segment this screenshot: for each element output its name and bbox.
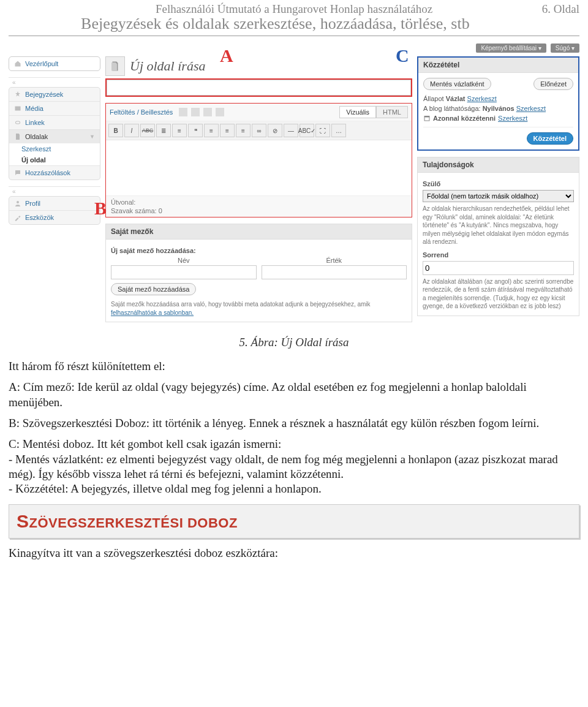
- page-icon: [14, 133, 21, 140]
- parent-select[interactable]: Főoldal (nem tartozik másik oldalhoz): [423, 190, 574, 202]
- order-input[interactable]: [423, 261, 574, 275]
- new-page-icon: [105, 56, 125, 76]
- save-draft-button[interactable]: Mentés vázlatként: [423, 78, 491, 90]
- user-icon: [14, 200, 21, 207]
- publish-button[interactable]: Közzététel: [527, 132, 573, 145]
- publish-visibility-row: A blog láthatósága: Nyilvános Szerkeszt: [423, 105, 573, 112]
- edit-status-link[interactable]: Szerkeszt: [467, 95, 497, 102]
- svg-point-1: [17, 201, 19, 203]
- sidebar-tools[interactable]: Eszközök: [9, 210, 100, 224]
- tab-visual[interactable]: Vizuális: [339, 106, 376, 118]
- sidebar-pages-new[interactable]: Új oldal: [9, 154, 100, 165]
- order-note: Az oldalakat általában (az angol) abc sz…: [423, 278, 574, 311]
- spellcheck-button[interactable]: ABC✓: [300, 124, 314, 137]
- italic-button[interactable]: I: [124, 124, 139, 137]
- title-field-highlight: [105, 78, 412, 97]
- sidebar-comments[interactable]: Hozzászólások: [9, 165, 100, 180]
- unlink-button[interactable]: ⊘: [268, 124, 282, 137]
- add-video-icon[interactable]: [191, 108, 200, 116]
- page-subtitle: Bejegyzések és oldalak szerkesztése, hoz…: [9, 15, 579, 33]
- add-image-icon[interactable]: [179, 108, 187, 116]
- home-icon: [14, 60, 21, 67]
- link-button[interactable]: ∞: [252, 124, 266, 137]
- preview-button[interactable]: Előnézet: [533, 78, 573, 90]
- tab-html[interactable]: HTML: [376, 106, 408, 118]
- link-icon: [14, 119, 21, 126]
- calendar-icon: [423, 115, 431, 122]
- editor-textarea[interactable]: [106, 140, 412, 195]
- strikethrough-button[interactable]: ABC: [140, 124, 155, 137]
- help-button[interactable]: Súgó ▾: [551, 43, 579, 53]
- edit-schedule-link[interactable]: Szerkeszt: [498, 115, 527, 122]
- editor-toolbar: B I ABC ≣ ≡ ❝ ≡ ≡ ≡ ∞ ⊘ — ABC✓: [106, 121, 412, 140]
- section-heading: SZÖVEGSZERKESZTÉSI DOBOZ: [9, 504, 579, 539]
- more-tag-button[interactable]: —: [284, 124, 298, 137]
- page-number: 6. Oldal: [542, 2, 579, 16]
- annotation-c: C: [396, 45, 409, 66]
- figure-caption: 5. Ábra: Új Oldal írása: [9, 336, 579, 349]
- sidebar-posts[interactable]: Bejegyzések: [9, 88, 100, 101]
- publish-box-highlight: Közzététel Mentés vázlatként Előnézet Ál…: [417, 56, 579, 151]
- parent-note: Az oldalak hierarchikusan rendezhetőek, …: [423, 205, 574, 246]
- sidebar-dashboard[interactable]: Vezérlőpult: [9, 56, 100, 71]
- post-title-input[interactable]: [107, 80, 411, 96]
- annotation-b: B: [94, 198, 107, 219]
- editor-heading: Új oldal írása: [130, 58, 205, 74]
- cf-name-input[interactable]: [111, 265, 257, 279]
- header-rule: [9, 36, 579, 36]
- editor-path: Útvonal:: [111, 198, 407, 206]
- body-text: Itt három fő részt különítettem el: A: C…: [9, 359, 579, 497]
- add-audio-icon[interactable]: [203, 108, 212, 116]
- blockquote-button[interactable]: ❝: [188, 124, 203, 137]
- guide-title: Felhasználói Útmutató a Hungarovet Honla…: [9, 2, 579, 16]
- align-right-button[interactable]: ≡: [236, 124, 251, 137]
- align-center-button[interactable]: ≡: [220, 124, 235, 137]
- custom-fields-add-label: Új saját mező hozzáadása:: [111, 247, 407, 254]
- cf-col-name: Név: [111, 257, 257, 264]
- editor-wordcount: Szavak száma: 0: [111, 207, 407, 214]
- wordpress-screenshot: Képernyő beállításai ▾ Súgó ▾ A B C Vezé…: [9, 43, 579, 328]
- upload-insert-label[interactable]: Feltöltés / Beillesztés: [110, 108, 173, 116]
- custom-fields-title: Saját mezők: [106, 224, 412, 240]
- fullscreen-button[interactable]: ⛶: [315, 124, 330, 137]
- parent-label: Szülő: [423, 180, 574, 187]
- closing-text: Kinagyítva itt van a szövegszerkesztési …: [9, 546, 579, 561]
- editor-highlight: Feltöltés / Beillesztés Vizuális HTML: [105, 103, 412, 217]
- add-media-icon[interactable]: [216, 108, 224, 116]
- comment-icon: [14, 169, 21, 176]
- bold-button[interactable]: B: [108, 124, 123, 137]
- sidebar-collapse-2[interactable]: «: [9, 186, 100, 196]
- cf-note-link[interactable]: felhasználhatóak a sablonban.: [111, 309, 194, 316]
- edit-visibility-link[interactable]: Szerkeszt: [516, 105, 546, 112]
- svg-rect-3: [425, 118, 429, 121]
- svg-rect-0: [15, 107, 21, 111]
- kitchensink-button[interactable]: …: [331, 124, 346, 137]
- sidebar-profile[interactable]: Profil: [9, 197, 100, 210]
- ul-button[interactable]: ≣: [156, 124, 171, 137]
- sidebar-links[interactable]: Linkek: [9, 115, 100, 129]
- attributes-title: Tulajdonságok: [418, 157, 579, 173]
- admin-sidebar: Vezérlőpult « Bejegyzések Média Linkek: [9, 56, 100, 231]
- tools-icon: [14, 214, 21, 221]
- pin-icon: [14, 91, 21, 98]
- cf-value-input[interactable]: [262, 265, 407, 279]
- publish-status-row: Állapot Vázlat Szerkeszt: [423, 95, 573, 102]
- sidebar-collapse[interactable]: «: [9, 77, 100, 87]
- publish-schedule-row: Azonnal közzétenni Szerkeszt: [423, 115, 573, 122]
- publish-title: Közzététel: [418, 58, 578, 73]
- screen-options-button[interactable]: Képernyő beállításai ▾: [476, 43, 546, 53]
- sidebar-pages[interactable]: Oldalak▼: [9, 129, 100, 143]
- align-left-button[interactable]: ≡: [204, 124, 219, 137]
- sidebar-pages-edit[interactable]: Szerkeszt: [9, 143, 100, 154]
- media-icon: [14, 105, 21, 112]
- order-label: Sorrend: [423, 251, 574, 259]
- sidebar-media[interactable]: Média: [9, 101, 100, 115]
- annotation-a: A: [220, 45, 233, 66]
- cf-note: Saját mezők hozzáadása arra való, hogy t…: [111, 300, 407, 317]
- ol-button[interactable]: ≡: [172, 124, 187, 137]
- cf-col-value: Érték: [262, 257, 407, 264]
- cf-add-button[interactable]: Saját mező hozzáadása: [111, 283, 196, 295]
